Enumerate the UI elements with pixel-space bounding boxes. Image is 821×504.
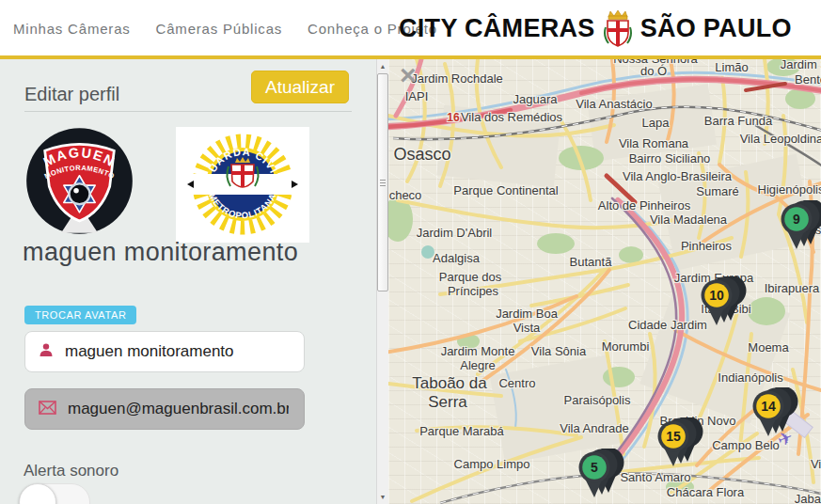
map-place-label: Adalgisa [433, 251, 480, 265]
camera-cluster-marker[interactable]: 10 [696, 276, 752, 329]
map-place-label: Moema [748, 340, 788, 354]
svg-text:15: 15 [666, 429, 681, 444]
map-place-label: Centro [498, 376, 535, 390]
map-place-label: Vista [513, 321, 541, 335]
svg-text:10: 10 [709, 288, 724, 303]
map-place-label: Chácara Flora [667, 485, 744, 499]
email-field [24, 388, 305, 430]
map-place-label: Vila Anastácio [576, 97, 652, 111]
header: Minhas Câmeras Câmeras Públicas Conheça … [0, 0, 821, 56]
toggle-knob [19, 483, 56, 504]
map-place-label: Limão [715, 60, 748, 74]
scroll-down-arrow[interactable]: ▼ [377, 490, 388, 504]
svg-text:5: 5 [591, 460, 598, 475]
map-place-label: Sumaré [696, 184, 739, 198]
map-place-label: Parque Marabá [419, 424, 504, 438]
map-place-label: Vil [811, 457, 821, 471]
map-place-label: Campo Limpo [454, 457, 530, 471]
nav-minhas-cameras[interactable]: Minhas Câmeras [13, 21, 131, 37]
map-place-label: Parque Continental [453, 183, 558, 197]
email-input[interactable] [66, 399, 291, 419]
camera-cluster-marker[interactable]: 15 [653, 417, 709, 470]
map-place-label: Morumbi [602, 339, 650, 354]
map-place-label: Jabaqu [795, 492, 821, 504]
map-place-label: Indianópolis [718, 370, 782, 385]
app-root: Minhas Câmeras Câmeras Públicas Conheça … [0, 0, 821, 504]
camera-cluster-marker[interactable]: 5 [574, 449, 630, 501]
road-shield-label: 16 [447, 111, 459, 124]
map-place-label: Jaguara [513, 92, 558, 106]
map-place-label: Vila Sônia [531, 344, 586, 358]
map-place-label: Pinheiros [681, 239, 732, 253]
camera-cluster-marker[interactable]: 9 [776, 200, 821, 253]
svg-text:9: 9 [793, 212, 800, 227]
top-nav: Minhas Câmeras Câmeras Públicas Conheça … [13, 0, 437, 56]
change-avatar-button[interactable]: TROCAR AVATAR [24, 306, 136, 324]
camera-cluster-marker[interactable]: 14 [748, 387, 804, 440]
brand-text-left: CITY CÂMERAS [399, 14, 595, 43]
map-place-label: Bairro Siciliano [629, 151, 711, 165]
panel-title: Editar perfil [24, 84, 119, 105]
scrollbar-grip [380, 180, 386, 186]
map-place-label: Butantã [570, 255, 612, 269]
update-button[interactable]: Atualizar [251, 71, 349, 103]
avatar-row: MAGUEN MONITORAMENTO [25, 127, 309, 243]
map-place-label: Taboão da [412, 374, 486, 393]
panel-title-divider [24, 111, 352, 112]
map-place-label: Jardim Sã [781, 59, 821, 71]
map-place-label: Jardim Boa [496, 307, 558, 321]
profile-display-name: maguen monitoramento [23, 238, 333, 266]
user-icon [39, 342, 54, 361]
map-place-label: Jardim D'Abril [417, 226, 493, 240]
map-close-button[interactable]: × [394, 61, 420, 89]
map-place-label: Vila Madalena [650, 213, 727, 227]
sao-paulo-crest-icon [602, 8, 634, 48]
map-place-label: Bento [795, 72, 821, 87]
map-place-label: Santo Amaro [620, 470, 690, 484]
map-place-label: Alto de Pinheiros [598, 198, 690, 213]
map-place-label: Parque dos [439, 270, 502, 284]
name-input[interactable] [63, 341, 291, 362]
sound-alert-label: Alerta sonoro [24, 462, 118, 480]
gcm-badge-avatar: GUARDA CIVIL METROPOLITANA [176, 127, 309, 243]
mail-icon [39, 401, 56, 418]
map-place-label: checo [389, 188, 422, 202]
sound-alert-toggle[interactable] [19, 483, 90, 504]
map-place-label: Príncipes [448, 284, 498, 298]
map-canvas[interactable]: Jardim RochdaleIAPIJaguaraVila dos Reméd… [388, 59, 821, 504]
map-place-label: Higienópolis [758, 182, 821, 197]
map-place-label: IAPI [405, 89, 429, 103]
map-place-label: Vila Romana [619, 136, 688, 150]
maguen-logo-avatar: MAGUEN MONITORAMENTO [25, 127, 134, 239]
map-place-label: Vila Leopoldina [740, 132, 821, 146]
panel-scrollbar[interactable]: ▲ ▼ [376, 59, 388, 504]
map-place-label: Vila dos Remédios [461, 110, 562, 124]
scroll-up-arrow[interactable]: ▲ [377, 59, 388, 73]
map-place-label: Jardim Monte [441, 344, 515, 358]
map-place-label: do Ó [640, 64, 667, 78]
name-field [24, 331, 305, 372]
map-place-label: Ibirapuera [765, 281, 820, 295]
map-place-label: Vila Anglo-Brasileira [623, 169, 732, 183]
map-place-label: Serra [428, 393, 467, 412]
map-place-label: Barra Funda [704, 114, 772, 128]
map-place-label: Osasco [393, 145, 450, 165]
map-place-label: Vila Andrade [560, 421, 629, 435]
map-place-label: Jardim Rochdale [411, 71, 503, 86]
brand-logo[interactable]: CITY CÂMERAS SÃO PAULO [399, 8, 792, 48]
map-place-label: Alegre [460, 358, 496, 372]
scrollbar-thumb[interactable] [377, 73, 388, 291]
map-place-label: Paraisópolis [564, 393, 631, 407]
map-place-label: Lapa [642, 116, 670, 130]
nav-cameras-publicas[interactable]: Câmeras Públicas [156, 21, 283, 37]
brand-text-right: SÃO PAULO [640, 14, 792, 43]
svg-text:14: 14 [761, 399, 776, 414]
edit-profile-panel: Atualizar Editar perfil MAGUEN MONITORAM… [0, 59, 377, 504]
